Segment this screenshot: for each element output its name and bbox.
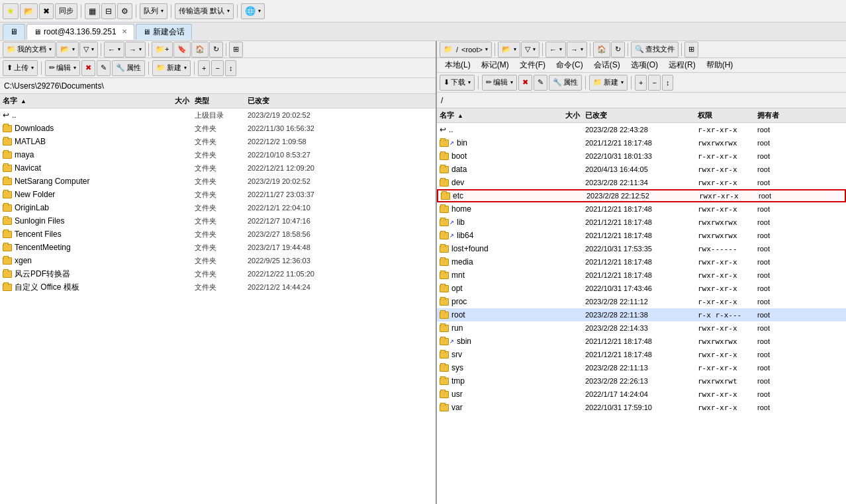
right-file-row[interactable]: srv2021/12/21 18:17:48rwxr-xr-xroot [437, 348, 846, 361]
right-file-row[interactable]: ↩..2023/2/28 22:43:28r-xr-xr-xroot [437, 123, 846, 136]
right-findfile-btn[interactable]: 🔍 查找文件 [631, 42, 679, 58]
sync-btn[interactable]: 同步 [55, 3, 77, 19]
right-file-row[interactable]: ↗lib642021/12/21 18:17:48rwxrwxrwxroot [437, 229, 846, 242]
left-back-btn[interactable]: ← ▾ [104, 42, 124, 58]
left-file-row[interactable]: Sunlogin Files文件夹2022/12/7 10:47:16 [0, 214, 436, 228]
right-file-row[interactable]: lost+found2022/10/31 17:53:35rwx------ro… [437, 242, 846, 255]
right-file-row[interactable]: opt2022/10/31 17:43:46rwxr-xr-xroot [437, 282, 846, 295]
right-filter-btn[interactable]: ▽ ▾ [521, 42, 540, 58]
menu-options[interactable]: 选项(O) [626, 58, 663, 72]
right-file-owner: root [757, 298, 843, 306]
tab-new-session[interactable]: 🖥 新建会话 [136, 24, 192, 40]
right-file-row[interactable]: boot2022/10/31 18:01:33r-xr-xr-xroot [437, 149, 846, 163]
left-file-row[interactable]: Navicat文件夹2022/12/21 12:09:20 [0, 161, 436, 175]
globe-btn[interactable]: 🌐 ▾ [241, 3, 265, 19]
left-delete-btn[interactable]: ✖ [81, 60, 95, 76]
right-folder-btn[interactable]: 📂 ▾ [498, 42, 520, 58]
right-file-row[interactable]: mnt2021/12/21 18:17:48rwxr-xr-xroot [437, 269, 846, 282]
right-file-row[interactable]: etc2023/2/28 22:12:52rwxr-xr-xroot [437, 189, 846, 202]
menu-help[interactable]: 帮助(H) [701, 58, 739, 72]
left-props-label: 属性 [126, 63, 141, 73]
left-file-row[interactable]: 自定义 Office 模板文件夹2022/12/2 14:44:24 [0, 280, 436, 294]
left-home-btn[interactable]: 🏠 [191, 42, 209, 58]
right-file-row[interactable]: proc2023/2/28 22:11:12r-xr-xr-xroot [437, 295, 846, 308]
menu-cmd[interactable]: 命令(C) [551, 58, 588, 72]
right-home-btn[interactable]: 🏠 [593, 42, 610, 58]
right-download-arrow: ▾ [468, 79, 471, 85]
left-minus-btn[interactable]: − [211, 60, 223, 76]
left-file-row[interactable]: NetSarang Computer文件夹2023/2/19 20:02:52 [0, 175, 436, 188]
right-file-row[interactable]: ↗bin2021/12/21 18:17:48rwxrwxrwxroot [437, 136, 846, 149]
left-new-btn[interactable]: 📁 新建 ▾ [152, 60, 191, 76]
right-refresh-btn[interactable]: ↻ [611, 42, 625, 58]
menu-local[interactable]: 本地(L) [440, 58, 476, 72]
left-file-row[interactable]: 风云PDF转换器文件夹2022/12/22 11:05:20 [0, 267, 436, 280]
left-file-row[interactable]: xgen文件夹2022/9/25 12:36:03 [0, 254, 436, 267]
globe-arrow: ▾ [258, 8, 261, 14]
open-btn[interactable]: 📂 [20, 3, 38, 19]
left-file-row[interactable]: TencentMeeting文件夹2023/2/17 19:44:48 [0, 241, 436, 254]
left-my-docs-btn[interactable]: 📁 我的文档 ▾ [3, 42, 56, 58]
menu-session[interactable]: 会话(S) [588, 58, 626, 72]
right-file-row[interactable]: home2021/12/21 18:17:48rwxr-xr-xroot [437, 202, 846, 216]
right-file-row[interactable]: data2020/4/13 16:44:05rwxr-xr-xroot [437, 163, 846, 176]
left-file-row[interactable]: maya文件夹2022/10/10 8:53:27 [0, 148, 436, 161]
tab-session-1[interactable]: 🖥 root@43.136.59.251 ✕ [26, 24, 134, 40]
menu-remote[interactable]: 远程(R) [663, 58, 701, 72]
right-file-row[interactable]: sys2023/2/28 22:11:13r-xr-xr-xroot [437, 361, 846, 374]
menu-mark[interactable]: 标记(M) [476, 58, 514, 72]
right-props-btn[interactable]: 🔧 属性 [549, 75, 582, 91]
right-file-row[interactable]: tmp2023/2/28 22:26:13rwxrwxrwtroot [437, 374, 846, 388]
right-minus-btn[interactable]: − [648, 75, 660, 91]
left-props-btn[interactable]: 🔧 属性 [112, 60, 145, 76]
left-sort-btn[interactable]: ↕ [225, 60, 237, 76]
settings-btn[interactable]: ⚙ [117, 3, 132, 19]
left-terminal-btn[interactable]: ⊞ [229, 42, 243, 58]
left-file-row[interactable]: MATLAB文件夹2022/12/2 1:09:58 [0, 135, 436, 148]
left-folder-btn[interactable]: 📂 ▾ [56, 42, 79, 58]
close-btn[interactable]: ✖ [39, 3, 54, 19]
left-new-folder-btn[interactable]: 📁+ [152, 42, 173, 58]
right-plus-btn[interactable]: + [635, 75, 647, 91]
filter-btn[interactable]: ⊟ [101, 3, 116, 19]
left-file-row[interactable]: OriginLab文件夹2022/12/1 22:04:10 [0, 201, 436, 214]
tab-close-1[interactable]: ✕ [122, 28, 127, 35]
menu-file[interactable]: 文件(F) [514, 58, 551, 72]
left-file-row[interactable]: New Folder文件夹2022/11/27 23:03:37 [0, 188, 436, 201]
right-file-row[interactable]: root2023/2/28 22:11:38r-x r-x---root [437, 308, 846, 321]
right-new-btn[interactable]: 📁 新建 ▾ [589, 75, 628, 91]
left-file-row[interactable]: ↩..上级目录2023/2/19 20:02:52 [0, 108, 436, 122]
right-file-row[interactable]: dev2023/2/28 22:11:34rwxr-xr-xroot [437, 176, 846, 189]
right-rename-btn[interactable]: ✎ [534, 75, 547, 91]
transfer-btn[interactable]: 传输选项 默认 ▾ [175, 3, 234, 19]
right-file-row[interactable]: usr2022/1/17 14:24:04rwxr-xr-xroot [437, 388, 846, 401]
right-edit-btn[interactable]: ✏ 编辑 ▾ [482, 75, 517, 91]
left-file-type: 文件夹 [195, 163, 248, 173]
view-btn[interactable]: ▦ [85, 3, 100, 19]
left-filter-btn[interactable]: ▽ ▾ [79, 42, 98, 58]
left-file-row[interactable]: Downloads文件夹2022/11/30 16:56:32 [0, 122, 436, 135]
left-upload-btn[interactable]: ⬆ 上传 ▾ [3, 60, 38, 76]
right-addr-dropdown[interactable]: 📁 / <root> ▾ [440, 42, 492, 58]
right-delete-btn[interactable]: ✖ [518, 75, 532, 91]
right-name-text: opt [451, 284, 463, 293]
right-forward-btn[interactable]: → ▾ [567, 42, 587, 58]
left-plus-btn[interactable]: + [198, 60, 210, 76]
right-back-btn[interactable]: ← ▾ [545, 42, 566, 58]
right-terminal-btn[interactable]: ⊞ [684, 42, 698, 58]
left-forward-btn[interactable]: → ▾ [125, 42, 146, 58]
new-btn[interactable]: ★ [3, 3, 19, 19]
left-rename-btn[interactable]: ✎ [97, 60, 111, 76]
right-file-row[interactable]: ↗lib2021/12/21 18:17:48rwxrwxrwxroot [437, 216, 846, 229]
left-refresh-btn[interactable]: ↻ [209, 42, 223, 58]
queue-btn[interactable]: 队列 ▾ [140, 3, 167, 19]
right-sort-btn[interactable]: ↕ [662, 75, 674, 91]
left-file-row[interactable]: Tencent Files文件夹2023/2/27 18:58:56 [0, 228, 436, 241]
left-edit-btn[interactable]: ✏ 编辑 ▾ [45, 60, 80, 76]
right-file-row[interactable]: var2022/10/31 17:59:10rwxr-xr-xroot [437, 401, 846, 414]
right-file-row[interactable]: run2023/2/28 22:14:33rwxr-xr-xroot [437, 321, 846, 335]
right-file-row[interactable]: media2021/12/21 18:17:48rwxr-xr-xroot [437, 255, 846, 269]
right-download-btn[interactable]: ⬇ 下载 ▾ [440, 75, 475, 91]
left-bookmark-btn[interactable]: 🔖 [173, 42, 191, 58]
right-file-row[interactable]: ↗sbin2021/12/21 18:17:48rwxrwxrwxroot [437, 335, 846, 348]
